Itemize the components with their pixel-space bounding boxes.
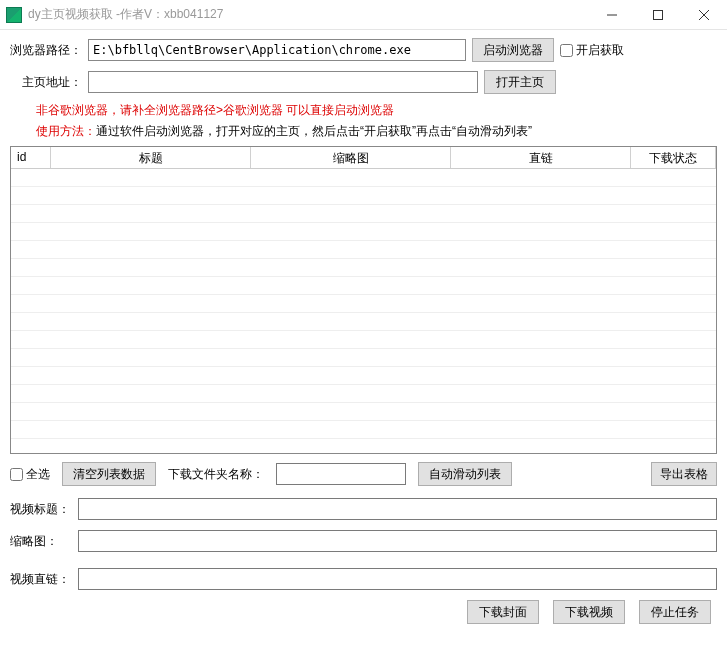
- thumbnail-row: 缩略图：: [10, 530, 717, 552]
- direct-link-label: 视频直链：: [10, 571, 72, 588]
- enable-capture-checkbox[interactable]: 开启获取: [560, 42, 624, 59]
- launch-browser-button[interactable]: 启动浏览器: [472, 38, 554, 62]
- table-row[interactable]: [11, 241, 716, 259]
- col-thumb[interactable]: 缩略图: [251, 147, 451, 168]
- col-status[interactable]: 下载状态: [631, 147, 716, 168]
- svg-rect-1: [654, 10, 663, 19]
- window-title: dy主页视频获取 -作者V：xbb041127: [28, 6, 589, 23]
- homepage-input[interactable]: [88, 71, 478, 93]
- thumbnail-input[interactable]: [78, 530, 717, 552]
- browser-path-input[interactable]: [88, 39, 466, 61]
- app-icon: [6, 7, 22, 23]
- table-row[interactable]: [11, 205, 716, 223]
- usage-label: 使用方法：: [36, 124, 96, 138]
- window-controls: [589, 0, 727, 30]
- browser-path-label: 浏览器路径：: [10, 42, 82, 59]
- download-cover-button[interactable]: 下载封面: [467, 600, 539, 624]
- minimize-button[interactable]: [589, 0, 635, 30]
- direct-link-input[interactable]: [78, 568, 717, 590]
- select-all-checkbox[interactable]: 全选: [10, 466, 50, 483]
- table-row[interactable]: [11, 313, 716, 331]
- open-homepage-button[interactable]: 打开主页: [484, 70, 556, 94]
- table-row[interactable]: [11, 223, 716, 241]
- col-id[interactable]: id: [11, 147, 51, 168]
- close-button[interactable]: [681, 0, 727, 30]
- enable-capture-label: 开启获取: [576, 42, 624, 59]
- browser-note: 非谷歌浏览器，请补全浏览器路径>谷歌浏览器 可以直接启动浏览器: [36, 103, 394, 117]
- video-table: id 标题 缩略图 直链 下载状态: [10, 146, 717, 454]
- table-row[interactable]: [11, 439, 716, 453]
- stop-task-button[interactable]: 停止任务: [639, 600, 711, 624]
- video-title-input[interactable]: [78, 498, 717, 520]
- table-row[interactable]: [11, 259, 716, 277]
- main-content: 浏览器路径： 启动浏览器 开启获取 主页地址： 打开主页 非谷歌浏览器，请补全浏…: [0, 30, 727, 630]
- table-header: id 标题 缩略图 直链 下载状态: [11, 147, 716, 169]
- select-all-label: 全选: [26, 466, 50, 483]
- video-title-row: 视频标题：: [10, 498, 717, 520]
- folder-label: 下载文件夹名称：: [168, 466, 264, 483]
- usage-row: 使用方法：通过软件启动浏览器，打开对应的主页，然后点击“开启获取”再点击“自动滑…: [10, 123, 717, 140]
- browser-path-row: 浏览器路径： 启动浏览器 开启获取: [10, 38, 717, 62]
- clear-list-button[interactable]: 清空列表数据: [62, 462, 156, 486]
- homepage-row: 主页地址： 打开主页: [10, 70, 717, 94]
- video-title-label: 视频标题：: [10, 501, 72, 518]
- titlebar: dy主页视频获取 -作者V：xbb041127: [0, 0, 727, 30]
- select-all-input[interactable]: [10, 468, 23, 481]
- thumbnail-label: 缩略图：: [10, 533, 72, 550]
- table-row[interactable]: [11, 421, 716, 439]
- note-row: 非谷歌浏览器，请补全浏览器路径>谷歌浏览器 可以直接启动浏览器: [10, 102, 717, 119]
- auto-scroll-button[interactable]: 自动滑动列表: [418, 462, 512, 486]
- download-video-button[interactable]: 下载视频: [553, 600, 625, 624]
- table-row[interactable]: [11, 385, 716, 403]
- table-row[interactable]: [11, 367, 716, 385]
- table-row[interactable]: [11, 187, 716, 205]
- maximize-button[interactable]: [635, 0, 681, 30]
- list-controls: 全选 清空列表数据 下载文件夹名称： 自动滑动列表 导出表格: [10, 462, 717, 486]
- table-row[interactable]: [11, 169, 716, 187]
- direct-link-row: 视频直链：: [10, 568, 717, 590]
- table-row[interactable]: [11, 277, 716, 295]
- homepage-label: 主页地址：: [22, 74, 82, 91]
- usage-text: 通过软件启动浏览器，打开对应的主页，然后点击“开启获取”再点击“自动滑动列表”: [96, 124, 532, 138]
- table-row[interactable]: [11, 331, 716, 349]
- table-row[interactable]: [11, 403, 716, 421]
- table-body[interactable]: [11, 169, 716, 453]
- col-title[interactable]: 标题: [51, 147, 251, 168]
- action-buttons: 下载封面 下载视频 停止任务: [10, 600, 717, 624]
- table-row[interactable]: [11, 295, 716, 313]
- col-link[interactable]: 直链: [451, 147, 631, 168]
- export-table-button[interactable]: 导出表格: [651, 462, 717, 486]
- folder-name-input[interactable]: [276, 463, 406, 485]
- enable-capture-input[interactable]: [560, 44, 573, 57]
- table-row[interactable]: [11, 349, 716, 367]
